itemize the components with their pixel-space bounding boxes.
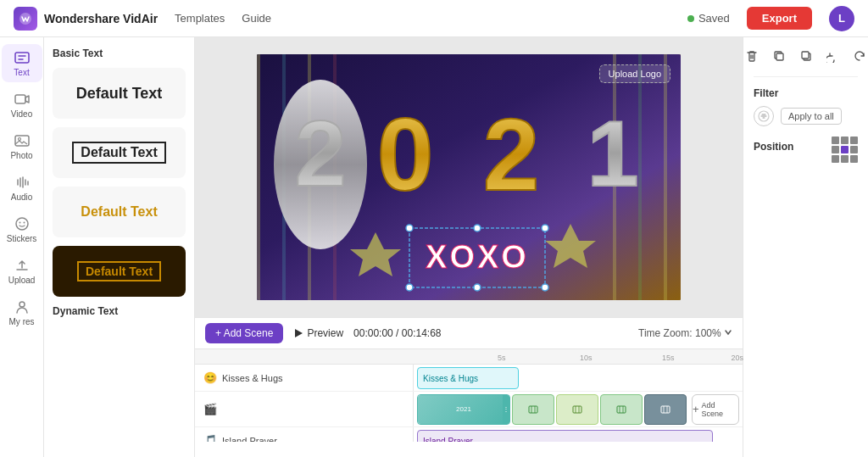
sidebar-item-stickers[interactable]: Stickers	[2, 210, 42, 248]
layer-down-icon	[772, 49, 786, 63]
text-panel: Basic Text Default Text Default Text Def…	[44, 37, 195, 457]
svg-text:1: 1	[587, 101, 638, 205]
video-clip-3[interactable]	[556, 394, 598, 425]
filter-section: Filter Apply to all	[754, 87, 858, 126]
layer-down-button[interactable]	[769, 46, 789, 70]
position-grid[interactable]	[832, 137, 858, 163]
ruler-tick-10s: 10s	[578, 354, 593, 364]
text-template-default[interactable]: Default Text	[53, 68, 186, 119]
add-scene-button[interactable]: + Add Scene	[205, 323, 283, 343]
right-panel: Filter Apply to all Position	[743, 37, 868, 457]
zoom-control[interactable]: Time Zoom: 100%	[638, 327, 732, 339]
track-clip-text[interactable]: Kisses & Hugs	[417, 367, 519, 389]
nav-guide[interactable]: Guide	[242, 12, 271, 25]
sidebar-photo-label: Photo	[10, 151, 32, 160]
film-icon	[528, 404, 538, 415]
svg-point-8	[19, 302, 25, 307]
sidebar-item-text[interactable]: Text	[2, 44, 42, 82]
video-clip-5[interactable]	[644, 394, 687, 425]
myres-icon	[14, 298, 31, 315]
pos-cell-9[interactable]	[850, 155, 858, 163]
text-template-goldbox[interactable]: Default Text	[53, 246, 186, 297]
svg-point-4	[18, 138, 20, 141]
sidebar-item-upload[interactable]: Upload	[2, 252, 42, 290]
pos-cell-2[interactable]	[841, 137, 849, 144]
nav-templates[interactable]: Templates	[175, 12, 225, 25]
undo-button[interactable]	[823, 46, 843, 70]
export-button[interactable]: Export	[747, 7, 812, 30]
photo-icon	[14, 132, 31, 149]
sidebar-item-video[interactable]: Video	[2, 86, 42, 124]
svg-rect-34	[573, 406, 581, 413]
add-scene-small-button[interactable]: + Add Scene	[692, 394, 739, 425]
svg-rect-1	[15, 53, 29, 63]
pos-cell-7[interactable]	[832, 155, 839, 163]
balloon-svg: 2 0 2 1	[257, 54, 681, 300]
text-template-bordered[interactable]: Default Text	[53, 127, 186, 178]
canvas-frame: 2 0 2 1	[257, 54, 681, 300]
ruler-tick-5s: 5s	[496, 354, 506, 364]
svg-text:XOXO: XOXO	[426, 239, 529, 275]
text-template-gold[interactable]: Default Text	[53, 187, 186, 237]
sidebar-stickers-label: Stickers	[7, 234, 37, 243]
app-logo[interactable]: Wondershare VidAir	[14, 7, 158, 31]
svg-text:0: 0	[377, 98, 434, 211]
track-clip-audio[interactable]: Island Prayer	[417, 430, 713, 442]
svg-rect-35	[617, 406, 626, 413]
track-video-icon: 🎬	[203, 403, 217, 415]
sidebar-item-myres[interactable]: My res	[2, 293, 42, 332]
stickers-icon	[14, 215, 31, 232]
svg-rect-38	[776, 53, 783, 60]
pos-cell-3[interactable]	[850, 137, 858, 144]
svg-point-5	[16, 218, 28, 230]
timeline-area: + Add Scene Preview 00:00:00 / 00:14:68 …	[195, 317, 743, 457]
redo-button[interactable]	[850, 46, 869, 70]
redo-icon	[854, 49, 867, 63]
clip-text-label: Kisses & Hugs	[423, 374, 478, 383]
track-content-audio: Island Prayer	[414, 427, 743, 442]
video-clip-1[interactable]: 2021 ⋮	[417, 394, 510, 425]
filter-icon[interactable]	[754, 106, 774, 126]
sidebar-audio-label: Audio	[11, 192, 33, 202]
svg-point-30	[474, 284, 481, 291]
user-avatar[interactable]: L	[829, 6, 854, 31]
svg-text:2: 2	[294, 101, 346, 205]
canvas-viewport: 2 0 2 1	[195, 37, 743, 317]
sidebar-text-label: Text	[14, 68, 29, 77]
clip-drag-handle-1[interactable]: ⋮	[503, 395, 509, 424]
video-clip-4[interactable]	[600, 394, 643, 425]
template-gold-label: Default Text	[81, 204, 157, 220]
svg-rect-36	[661, 406, 670, 413]
undo-icon	[826, 49, 840, 63]
track-audio-icon: 🎵	[203, 434, 217, 442]
preview-button[interactable]: Preview	[293, 327, 343, 339]
filter-row: Apply to all	[754, 106, 858, 126]
position-section: Position	[754, 137, 858, 163]
pos-cell-1[interactable]	[832, 137, 839, 144]
delete-button[interactable]	[742, 46, 762, 70]
sidebar-item-photo[interactable]: Photo	[2, 127, 42, 165]
track-text-icon: 😊	[203, 371, 217, 384]
svg-point-6	[19, 222, 20, 224]
sidebar-item-audio[interactable]: Audio	[2, 169, 42, 207]
track-audio-name: Island Prayer	[222, 436, 277, 443]
track-row-audio: 🎵 Island Prayer Island Prayer	[195, 427, 743, 442]
preview-label: Preview	[307, 327, 343, 339]
chevron-down-icon	[724, 328, 732, 337]
pos-cell-4[interactable]	[832, 146, 839, 153]
svg-marker-32	[295, 329, 303, 337]
apply-all-button[interactable]: Apply to all	[781, 108, 842, 125]
pos-cell-5[interactable]	[841, 146, 849, 153]
position-title: Position	[754, 141, 793, 153]
track-text-name: Kisses & Hugs	[222, 373, 283, 383]
plus-icon: +	[693, 403, 699, 415]
pos-cell-8[interactable]	[841, 155, 849, 163]
track-content-video: 2021 ⋮	[414, 392, 743, 426]
upload-logo-button[interactable]: Upload Logo	[599, 64, 670, 83]
timeline-tracks: 😊 Kisses & Hugs Kisses & Hugs 🎬	[195, 365, 743, 442]
pos-cell-6[interactable]	[850, 146, 858, 153]
svg-point-26	[542, 225, 548, 231]
svg-point-7	[23, 222, 25, 224]
video-clip-2[interactable]	[512, 394, 554, 425]
layer-up-button[interactable]	[796, 46, 816, 70]
